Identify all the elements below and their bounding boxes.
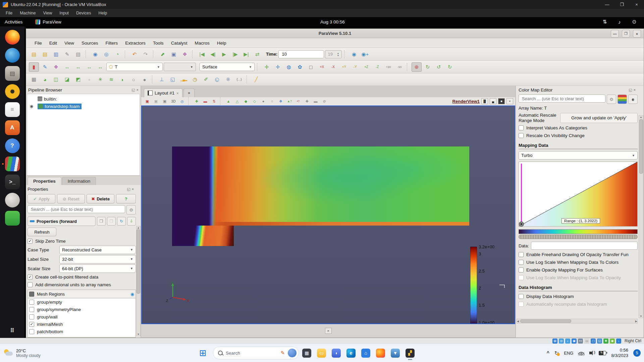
warp-by-scalar-icon[interactable]: ◗ <box>117 75 127 84</box>
store-icon[interactable]: ⌂ <box>361 349 370 358</box>
render-view-label[interactable]: RenderView1 <box>452 99 480 104</box>
save-data-icon[interactable]: ▥ <box>51 50 61 59</box>
cell-to-point-checkbox[interactable]: ✓ Create cell-to-point filtered data <box>28 273 136 281</box>
green-app-dock-icon[interactable] <box>5 211 20 226</box>
ruler-icon[interactable]: ╱ <box>251 75 261 84</box>
paraview-menu-item[interactable]: Macros <box>191 41 213 46</box>
mesh-region-row[interactable]: ✓internalMesh <box>28 320 136 328</box>
firefox-dock-icon[interactable] <box>5 30 20 45</box>
edit-color-map-icon[interactable]: ✎ <box>40 62 50 72</box>
calculator-icon[interactable]: ▦ <box>29 75 39 84</box>
close-view-icon[interactable]: × <box>506 98 513 104</box>
plot-over-time-icon[interactable]: ◷ <box>190 75 200 84</box>
files-dock-icon[interactable]: ▤ <box>5 66 20 81</box>
tray-chevron-icon[interactable]: ^ <box>547 350 549 356</box>
group-datasets-icon[interactable]: ○ <box>128 75 139 84</box>
scrollbar-thumb[interactable] <box>639 119 643 174</box>
rescale-visibility-checkbox[interactable]: Rescale On Visibility Change <box>519 132 638 139</box>
vbox-menu-item[interactable]: Devices <box>72 11 95 15</box>
paraview-menu-item[interactable]: Tools <box>149 41 167 46</box>
color-transfer-strip[interactable] <box>519 229 638 234</box>
choose-preset-icon[interactable]: ❖ <box>51 62 61 72</box>
python-calculator-icon[interactable]: ◵ <box>212 75 222 84</box>
load-state-icon[interactable]: ▧ <box>73 50 83 59</box>
temporal-interpolator-icon[interactable]: ❋ <box>223 75 233 84</box>
python-annotation-icon[interactable]: {…} <box>234 75 244 84</box>
color-legend-bar[interactable] <box>470 247 477 324</box>
data-value-input[interactable] <box>531 242 638 250</box>
component-combo[interactable]: ▼ <box>164 63 196 71</box>
close-icon[interactable]: × <box>132 187 134 191</box>
close-tab-icon[interactable]: × <box>176 91 178 95</box>
edit-colormap-icon[interactable]: e <box>628 95 638 104</box>
network-icon[interactable]: ▣ <box>572 339 577 344</box>
slice-icon[interactable]: ◪ <box>62 75 72 84</box>
edge-icon[interactable]: e <box>346 349 356 358</box>
checkbox[interactable] <box>519 267 524 273</box>
scalar-size-combo[interactable]: 64-bit (DP)▼ <box>59 264 136 273</box>
usb-icon[interactable]: ⊷ <box>578 339 583 344</box>
paraview-menu-item[interactable]: View <box>61 41 78 46</box>
scroll-left-icon[interactable]: ◀ <box>517 320 519 323</box>
battery-icon[interactable] <box>599 351 606 355</box>
shared-folders-icon[interactable]: ▭ <box>584 339 589 344</box>
select-cells-polygon-icon[interactable]: ● <box>259 98 267 105</box>
rotate-clockwise-icon[interactable]: ↻ <box>423 62 433 72</box>
capture-all-views-icon[interactable]: ▣ <box>161 98 169 105</box>
label-size-combo[interactable]: 32-bit▼ <box>59 255 136 263</box>
ubuntu-software-dock-icon[interactable]: A <box>5 120 20 135</box>
checkbox[interactable]: ✓ <box>28 239 33 244</box>
checkbox[interactable] <box>519 252 524 257</box>
capture-inactive-icon[interactable]: ▣ <box>152 98 160 105</box>
color-palette-icon[interactable]: ❖ <box>180 50 190 59</box>
select-points-polygon-icon[interactable]: ○ <box>268 98 276 105</box>
zoom-to-data-time-icon[interactable]: ◉ <box>349 50 359 59</box>
rescale-to-temporal-range-icon[interactable]: ↔ <box>84 62 94 72</box>
delete-button[interactable]: ✖Delete <box>87 194 114 203</box>
set-view-plus-z-icon[interactable]: +Z <box>361 62 371 72</box>
checkbox[interactable] <box>29 300 34 305</box>
volume-icon[interactable]: ♪ <box>614 17 625 26</box>
hdd-icon[interactable]: ▤ <box>552 339 557 344</box>
slice-along-polyline-icon[interactable]: ◩ <box>73 75 83 84</box>
scrollbar-thumb[interactable] <box>520 319 571 323</box>
gear-icon[interactable]: ⚙ <box>126 205 136 215</box>
refresh-button[interactable]: Refresh <box>28 228 56 236</box>
first-frame-icon[interactable]: |◀ <box>197 50 207 59</box>
set-view-minus-y-icon[interactable]: -Y <box>350 62 360 72</box>
text-editor-dock-icon[interactable]: ≡ <box>5 102 20 117</box>
add-probe-icon[interactable]: ✚ <box>193 98 201 105</box>
extract-subset-icon[interactable]: ▫ <box>84 75 94 84</box>
paraview-menu-item[interactable]: Edit <box>46 41 61 46</box>
plot-over-line-icon[interactable]: ⊥ <box>157 75 167 84</box>
rescale-to-custom-range-icon[interactable]: ↔ <box>73 62 83 72</box>
adjust-camera-icon[interactable]: ⇅ <box>210 98 218 105</box>
weather-widget[interactable]: 20°C Mostly cloudy <box>0 348 70 358</box>
help-button[interactable]: ? <box>116 194 136 203</box>
loop-icon[interactable]: ⇄ <box>252 50 262 59</box>
undock-icon[interactable]: ◱ <box>131 88 135 92</box>
paraview-titlebar[interactable]: ParaView 5.10.1 — ❐ × <box>26 29 644 38</box>
capture-screenshot-icon[interactable]: ▣ <box>169 50 179 59</box>
reset-roll-icon[interactable]: ↻ <box>445 62 455 72</box>
split-horizontal-icon[interactable]: ▐▌ <box>481 98 488 104</box>
focused-app-name[interactable]: ParaView <box>43 19 61 24</box>
mesh-regions-list[interactable]: group/emptygroup/symmetryPlanegroup/wall… <box>28 298 136 338</box>
display-histogram-checkbox[interactable]: Display Data Histogram <box>519 293 638 300</box>
file-explorer-icon[interactable]: ▭ <box>317 349 326 358</box>
split-vertical-icon[interactable]: ▄ <box>490 98 496 104</box>
undock-icon[interactable]: ◱ <box>629 88 632 92</box>
export-scene-icon[interactable]: ⬈ <box>158 50 168 59</box>
close-icon[interactable]: × <box>137 88 139 92</box>
extract-selection-icon[interactable]: ◱ <box>168 75 178 84</box>
play-icon[interactable]: ▶ <box>219 50 229 59</box>
taskbar-clock[interactable]: 0:56 8/3/2023 <box>611 348 628 359</box>
scroll-up-icon[interactable]: ▲ <box>640 116 642 119</box>
tab-properties[interactable]: Properties <box>28 177 61 185</box>
save-defaults-icon[interactable]: ⇩ <box>127 217 136 226</box>
seamless-mode-icon[interactable]: ◱ <box>597 339 602 344</box>
reset-camera-closest-icon[interactable]: ✛ <box>273 62 283 72</box>
time-input-value[interactable] <box>281 51 321 57</box>
notification-badge[interactable]: 5 <box>633 349 641 357</box>
set-view-minus-z-icon[interactable]: -Z <box>372 62 382 72</box>
